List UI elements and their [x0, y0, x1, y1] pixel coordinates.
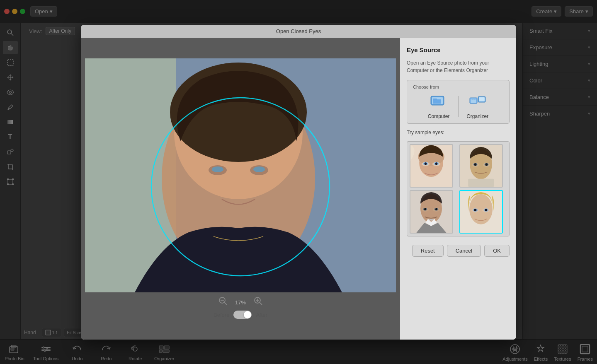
modal-body: 17% Before After Eye Source Open an [81, 38, 516, 340]
sample-eye-1[interactable] [410, 144, 453, 188]
before-after-toggle[interactable] [233, 311, 252, 319]
face-illustration [85, 58, 396, 292]
svg-point-45 [253, 166, 265, 172]
svg-point-85 [435, 208, 437, 210]
svg-point-67 [425, 162, 427, 165]
svg-point-92 [474, 209, 477, 211]
modal-zoom-in-button[interactable] [254, 297, 263, 308]
before-after-toggle-row: Before After [214, 311, 267, 319]
computer-icon [429, 94, 449, 111]
modal-zoom-bar: 17% [218, 292, 263, 311]
sample-eyes-label: Try sample eyes: [407, 130, 510, 135]
svg-point-44 [212, 166, 223, 172]
organizer-label: Organizer [467, 113, 489, 119]
modal-right-panel: Eye Source Open an Eye Source photo from… [400, 38, 516, 340]
eye-source-title: Eye Source [407, 46, 510, 53]
sample-eye-3[interactable] [410, 190, 453, 234]
svg-point-68 [435, 162, 438, 165]
sample-eye-2[interactable] [459, 144, 503, 188]
organizer-choose-icon [468, 94, 488, 111]
svg-line-48 [224, 302, 227, 305]
computer-label: Computer [428, 113, 450, 119]
modal-canvas: 17% Before After [81, 38, 400, 340]
reset-button[interactable]: Reset [412, 245, 444, 257]
choose-options: Computer [413, 94, 503, 119]
svg-point-75 [474, 163, 477, 166]
modal-header: Open Closed Eyes [81, 25, 516, 38]
organizer-option[interactable]: Organizer [467, 94, 489, 119]
modal-dialog: Open Closed Eyes [81, 25, 516, 340]
choose-from-label: Choose from [413, 84, 503, 89]
modal-photo-area [85, 58, 396, 292]
svg-line-51 [260, 302, 262, 305]
modal-overlay: Open Closed Eyes [0, 0, 597, 364]
toggle-thumb [244, 311, 251, 318]
computer-option[interactable]: Computer [428, 94, 450, 119]
sample-eyes-grid [407, 141, 510, 236]
cancel-button[interactable]: Cancel [447, 245, 481, 257]
eye-source-desc: Open an Eye Source photo from your Compu… [407, 59, 510, 74]
sample-eye-4[interactable] [459, 190, 503, 234]
choose-divider [458, 96, 459, 117]
svg-rect-77 [468, 178, 494, 186]
svg-point-93 [485, 209, 488, 211]
svg-rect-59 [479, 97, 485, 101]
svg-point-84 [424, 208, 426, 210]
choose-from-box: Choose from [407, 80, 510, 124]
ok-button[interactable]: OK [484, 245, 510, 257]
modal-zoom-out-button[interactable] [218, 297, 228, 308]
svg-point-76 [485, 163, 488, 166]
modal-actions: Reset Cancel OK [407, 242, 510, 257]
